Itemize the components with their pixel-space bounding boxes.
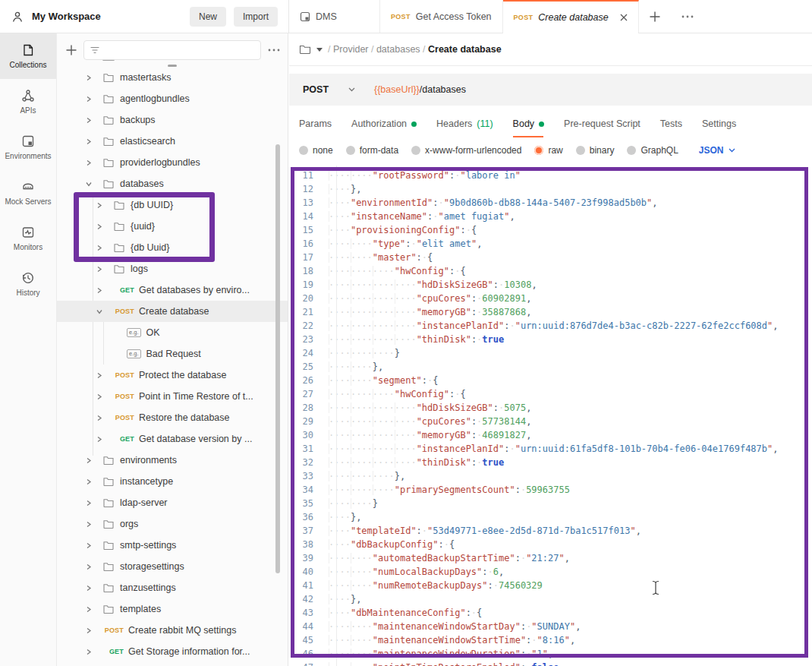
chevron-right-icon[interactable] (96, 287, 103, 294)
collection-folder-icon[interactable] (299, 44, 311, 55)
breadcrumb-segment[interactable]: Provider (333, 44, 369, 55)
tree-folder-agentlogbundles[interactable]: agentlogbundles (57, 88, 288, 109)
chevron-right-icon[interactable] (96, 266, 103, 273)
chevron-down-icon[interactable] (85, 181, 93, 188)
filter-input[interactable] (104, 44, 254, 56)
line-number: 13 (291, 196, 324, 210)
line-number: 21 (291, 305, 324, 319)
tree-folder-databases[interactable]: databases (57, 173, 288, 194)
tree-item-point-in-time-restore-of-t-[interactable]: POSTPoint in Time Restore of t... (57, 386, 288, 407)
tree-folder-tanzusettings[interactable]: tanzusettings (57, 577, 288, 598)
breadcrumb-segment[interactable]: databases (376, 44, 420, 55)
rail-item-history[interactable]: History (0, 261, 56, 307)
chevron-right-icon[interactable] (85, 627, 93, 634)
rail-item-collections[interactable]: Collections (0, 33, 56, 79)
tree-item-ok[interactable]: e.g.OK (57, 322, 288, 343)
tree-item-get-storage-information-for-[interactable]: GETGet Storage information for... (57, 641, 288, 662)
close-tab-icon[interactable] (620, 14, 628, 21)
tree-item-bad-request[interactable]: e.g.Bad Request (57, 343, 288, 365)
rail-item-monitors[interactable]: Monitors (0, 216, 56, 261)
tree-folder-templates[interactable]: templates (57, 598, 288, 620)
chevron-right-icon[interactable] (85, 159, 93, 166)
chevron-right-icon[interactable] (85, 478, 93, 485)
tree-folder-providerlogbundles[interactable]: providerlogbundles (57, 152, 288, 173)
tree-folder--db-uuid-[interactable]: {db UUID} (57, 194, 288, 216)
workspace-name[interactable]: My Workspace (32, 11, 101, 22)
body-mode-none[interactable]: none (299, 145, 333, 156)
chevron-right-icon[interactable] (96, 202, 103, 209)
chevron-right-icon[interactable] (85, 606, 93, 613)
tree-folder-environments[interactable]: environments (57, 450, 288, 471)
chevron-right-icon[interactable] (85, 138, 93, 145)
tree-folder--db-uuid-[interactable]: {db Uuid} (57, 237, 288, 258)
import-button[interactable]: Import (234, 7, 278, 27)
chevron-right-icon[interactable] (96, 245, 103, 251)
chevron-down-icon[interactable] (96, 308, 103, 315)
new-button[interactable]: New (190, 7, 226, 27)
tree-item-restore-the-database[interactable]: POSTRestore the database (57, 407, 288, 428)
tree-folder-orgs[interactable]: orgs (57, 513, 288, 535)
chevron-right-icon[interactable] (85, 74, 93, 81)
rail-item-environments[interactable]: Environments (0, 125, 56, 170)
tab-headers[interactable]: Headers(11) (436, 110, 493, 137)
tree-folder-mastertasks[interactable]: mastertasks (57, 67, 288, 88)
chevron-right-icon[interactable] (96, 436, 103, 443)
chevron-right-icon[interactable] (85, 96, 93, 103)
tree-folder-instancetype[interactable]: instancetype (57, 471, 288, 492)
tree-folder-elasticsearch[interactable]: elasticsearch (57, 131, 288, 152)
chevron-right-icon[interactable] (85, 563, 93, 570)
sidebar-scrollbar[interactable] (275, 144, 280, 573)
body-mode-binary[interactable]: binary (576, 145, 615, 156)
body-mode-raw[interactable]: raw (534, 145, 562, 156)
rail-item-mock-servers[interactable]: Mock Servers (0, 170, 56, 216)
line-number: 28 (291, 401, 324, 415)
method-select[interactable]: POST (289, 84, 374, 95)
breadcrumb-caret-icon[interactable] (316, 48, 323, 52)
request-tab-get-access-token[interactable]: POSTGet Access Token (380, 0, 503, 33)
tree-item-create-database[interactable]: POSTCreate database (57, 301, 288, 322)
chevron-right-icon[interactable] (96, 415, 103, 421)
tab-authorization[interactable]: Authorization (351, 110, 417, 137)
chevron-right-icon[interactable] (85, 457, 93, 464)
tab-settings[interactable]: Settings (702, 110, 736, 137)
body-mode-x-www-form-urlencoded[interactable]: x-www-form-urlencoded (411, 145, 521, 156)
tree-item-get-databases-by-enviro-[interactable]: GETGet databases by enviro... (57, 279, 288, 301)
add-collection-icon[interactable] (66, 45, 77, 55)
chevron-right-icon[interactable] (96, 223, 103, 230)
language-select[interactable]: JSON (699, 145, 735, 156)
tree-item-create-rabbit-mq-settings[interactable]: POSTCreate rabbit MQ settings (57, 620, 288, 641)
chevron-right-icon[interactable] (96, 372, 103, 379)
tabbar-more-button[interactable] (671, 0, 704, 33)
indent-dots: ···· (373, 416, 395, 427)
url-input[interactable]: {{baseUrl}}/databases (374, 84, 812, 95)
tree-folder-backups[interactable]: backups (57, 109, 288, 131)
tree-folder--uuid-[interactable]: {uuid} (57, 216, 288, 237)
tree-folder-storagesettings[interactable]: storagesettings (57, 556, 288, 577)
chevron-right-icon[interactable] (85, 585, 93, 592)
tree-item-protect-the-database[interactable]: POSTProtect the database (57, 365, 288, 386)
tab-pre-request-script[interactable]: Pre-request Script (564, 110, 640, 137)
code-line: 28················"hdDiskSizeGB":·5075, (291, 401, 812, 415)
body-editor[interactable]: 11········"rootPassword":·"labore in"12·… (291, 166, 812, 666)
sidebar-more-icon[interactable] (268, 49, 280, 52)
tree-folder-ldap-server[interactable]: ldap-server (57, 492, 288, 513)
chevron-right-icon[interactable] (85, 117, 93, 124)
new-tab-button[interactable] (639, 0, 671, 33)
chevron-right-icon[interactable] (85, 500, 93, 507)
rail-item-apis[interactable]: APIs (0, 79, 56, 125)
tab-tests[interactable]: Tests (660, 110, 682, 137)
tab-body[interactable]: Body (513, 110, 545, 137)
tab-params[interactable]: Params (299, 110, 332, 137)
tab-dms-collection[interactable]: DMS (289, 0, 380, 33)
body-mode-GraphQL[interactable]: GraphQL (627, 145, 678, 156)
chevron-right-icon[interactable] (96, 393, 103, 400)
request-tab-create-database[interactable]: POSTCreate database (503, 0, 639, 33)
tree-item-get-database-version-by-[interactable]: GETGet database version by ... (57, 428, 288, 450)
tree-folder-smtp-settings[interactable]: smtp-settings (57, 535, 288, 556)
chevron-right-icon[interactable] (85, 649, 93, 655)
filter-box[interactable] (83, 40, 261, 60)
body-mode-form-data[interactable]: form-data (346, 145, 398, 156)
tree-folder-logs[interactable]: logs (57, 258, 288, 279)
chevron-right-icon[interactable] (85, 521, 93, 528)
chevron-right-icon[interactable] (85, 542, 93, 549)
